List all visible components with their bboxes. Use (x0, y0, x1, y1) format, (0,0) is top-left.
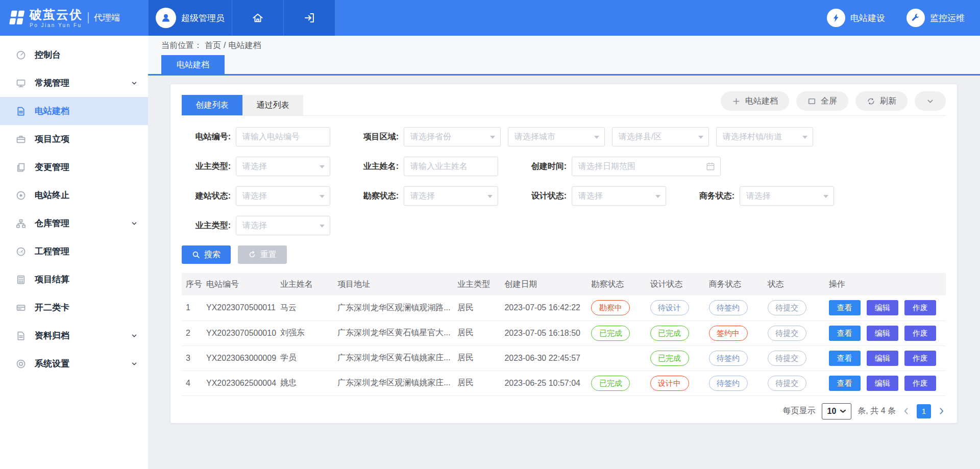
breadcrumb-home[interactable]: 首页 (205, 40, 221, 51)
toolbar-refresh-button[interactable]: 刷新 (855, 91, 908, 111)
view-button[interactable]: 查看 (829, 326, 861, 341)
region-province-select[interactable]: 请选择省份 (404, 127, 501, 146)
toolbar: 电站建档全屏刷新 (721, 91, 946, 115)
sidebar-item-engineering-mgmt[interactable]: 工程管理 (0, 237, 148, 265)
void-button[interactable]: 作废 (904, 376, 936, 391)
status-badge: 已完成 (650, 351, 689, 366)
cell-design-status: 设计中 (646, 371, 705, 396)
page-number[interactable]: 1 (917, 404, 931, 418)
sidebar-item-label: 仓库管理 (35, 217, 131, 229)
toolbar-collapse-button[interactable] (915, 91, 946, 111)
design-status-select[interactable]: 请选择 (572, 186, 666, 206)
breadcrumb-prefix: 当前位置： (161, 40, 202, 51)
filter-row-3: 建站状态: 请选择 勘察状态: 请选择 设计 (182, 186, 946, 206)
sidebar-item-change-mgmt[interactable]: 变更管理 (0, 153, 148, 181)
sidebar-item-label: 开二类卡 (35, 302, 138, 313)
edit-button[interactable]: 编辑 (867, 326, 898, 341)
caret-down-icon (487, 195, 493, 201)
target-icon (15, 190, 27, 201)
sidebar-item-label: 系统设置 (35, 358, 131, 369)
filter-build-status: 建站状态: 请选择 (182, 186, 330, 206)
owner-type-select[interactable]: 请选择 (236, 157, 330, 176)
brand[interactable]: 破茧云伏 Po Jian Yun Fu 代理端 (0, 0, 148, 36)
sidebar-item-station-termination[interactable]: 电站终止 (0, 181, 148, 209)
owner-type2-select[interactable]: 请选择 (236, 216, 330, 235)
region-district-select[interactable]: 请选择县/区 (612, 127, 709, 146)
void-button[interactable]: 作废 (904, 326, 936, 341)
nav-monitoring-ops[interactable]: 监控运维 (906, 9, 965, 27)
field-label: 商务状态: (685, 191, 734, 202)
status-badge: 勘察中 (591, 300, 630, 315)
column-header: 设计状态 (646, 273, 705, 295)
pagination: 每页显示 10 条, 共 4 条 1 (182, 403, 946, 419)
edit-button[interactable]: 编辑 (867, 376, 898, 391)
sidebar-item-project-settlement[interactable]: 项目结算 (0, 265, 148, 293)
survey-status-select[interactable]: 请选择 (404, 186, 498, 206)
card-icon (15, 302, 27, 313)
station-no-input[interactable] (236, 127, 330, 146)
sidebar-item-warehouse-mgmt[interactable]: 仓库管理 (0, 209, 148, 237)
logout-button[interactable] (284, 0, 335, 36)
nav-label: 监控运维 (930, 12, 965, 24)
home-button[interactable] (232, 0, 284, 36)
reset-button[interactable]: 重置 (238, 245, 287, 264)
toolbar-fullscreen-button[interactable]: 全屏 (796, 91, 848, 111)
prev-page-button[interactable] (902, 407, 911, 415)
nav-station-construction[interactable]: 电站建设 (827, 9, 885, 27)
table-row: 2YX2023070500010刘强东广东深圳龙华区黄石镇星官大...居民202… (182, 320, 946, 345)
region-selects: 请选择省份请选择城市请选择县/区请选择村镇/街道 (404, 127, 813, 146)
cell-actions: 查看编辑作废 (825, 295, 946, 320)
cell-business-status: 待签约 (705, 371, 764, 396)
region-city-select[interactable]: 请选择城市 (508, 127, 605, 146)
sidebar-item-general-mgmt[interactable]: 常规管理 (0, 69, 148, 97)
station-table: 序号电站编号业主姓名项目地址业主类型创建日期勘察状态设计状态商务状态状态操作 1… (182, 273, 946, 396)
owner-name-input[interactable] (404, 157, 498, 176)
filter-row-2: 业主类型: 请选择 业主姓名: 创建时间: 请选择日期范围 (182, 157, 946, 176)
portal-label: 代理端 (88, 12, 120, 23)
next-page-button[interactable] (937, 407, 946, 415)
sidebar-item-label: 常规管理 (35, 77, 131, 89)
field-label: 电站编号: (182, 132, 231, 142)
select-placeholder: 请选择 (746, 191, 771, 202)
business-status-select[interactable]: 请选择 (740, 186, 834, 206)
toolbar-create-button[interactable]: 电站建档 (721, 91, 789, 111)
sidebar-item-system-settings[interactable]: 系统设置 (0, 350, 148, 378)
per-page-select[interactable]: 10 (822, 403, 852, 419)
caret-down-icon (823, 195, 828, 201)
void-button[interactable]: 作废 (904, 300, 936, 315)
reset-label: 重置 (260, 250, 277, 260)
per-page-label: 每页显示 (783, 406, 816, 416)
sidebar-item-station-filing[interactable]: 电站建档 (0, 97, 148, 125)
sidebar-item-console[interactable]: 控制台 (0, 41, 148, 69)
build-status-select[interactable]: 请选择 (236, 186, 330, 206)
sidebar-item-label: 工程管理 (35, 245, 138, 257)
tab-pass-list[interactable]: 通过列表 (242, 95, 303, 115)
user-menu[interactable]: 超级管理员 (148, 0, 232, 36)
status-badge: 待提交 (768, 376, 806, 391)
cell-owner_type: 居民 (453, 345, 500, 371)
briefcase-icon (15, 134, 27, 145)
logout-icon (304, 12, 315, 23)
sidebar-item-project-initiation[interactable]: 项目立项 (0, 125, 148, 153)
date-range-picker[interactable]: 请选择日期范围 (572, 157, 721, 176)
breadcrumb: 当前位置： 首页 / 电站建档 (148, 36, 980, 55)
chevron-right-icon (937, 407, 946, 415)
page-tab-station-filing[interactable]: 电站建档 (161, 55, 225, 74)
view-button[interactable]: 查看 (829, 351, 861, 366)
tab-create-list[interactable]: 创建列表 (182, 95, 242, 115)
void-button[interactable]: 作废 (904, 351, 936, 366)
filter-design-status: 设计状态: 请选择 (518, 186, 666, 206)
sidebar-item-type2-card[interactable]: 开二类卡 (0, 293, 148, 322)
column-header: 操作 (825, 273, 946, 295)
list-tabs: 创建列表通过列表 (182, 95, 303, 115)
view-button[interactable]: 查看 (829, 376, 861, 391)
search-button[interactable]: 搜索 (182, 245, 231, 264)
page-tab-bar: 电站建档 (148, 55, 980, 76)
sidebar-item-archive[interactable]: 资料归档 (0, 322, 148, 350)
region-town-select[interactable]: 请选择村镇/街道 (716, 127, 813, 146)
edit-button[interactable]: 编辑 (867, 300, 898, 315)
filter-row-4: 业主类型: 请选择 (182, 216, 946, 235)
cell-index: 1 (182, 295, 202, 320)
view-button[interactable]: 查看 (829, 300, 861, 315)
edit-button[interactable]: 编辑 (867, 351, 898, 366)
